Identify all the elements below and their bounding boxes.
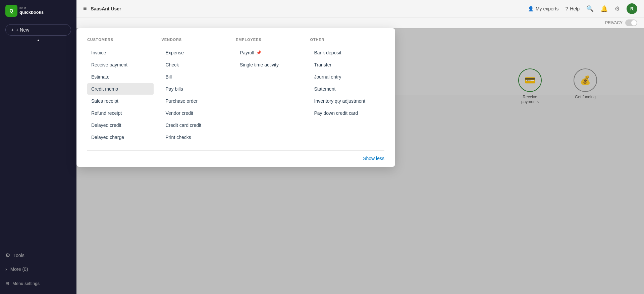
topbar-actions: 👤 My experts ? Help 🔍 🔔 ⚙ R (528, 3, 637, 14)
help-label: Help (570, 6, 580, 11)
new-button[interactable]: + + New (5, 24, 71, 36)
menu-item-statement[interactable]: Statement (310, 83, 377, 95)
menu-item-expense[interactable]: Expense (162, 47, 228, 58)
quickbooks-logo[interactable]: Q intuit quickbooks (5, 5, 44, 17)
vendors-column-header: VENDORS (162, 38, 228, 42)
topbar: ≡ SaasAnt User 👤 My experts ? Help 🔍 🔔 ⚙… (76, 0, 644, 17)
menu-item-estimate[interactable]: Estimate (87, 71, 154, 83)
menu-item-vendor-credit[interactable]: Vendor credit (162, 107, 228, 119)
my-experts-label: My experts (536, 6, 558, 11)
more-label: More (0) (10, 266, 28, 272)
menu-item-delayed-charge[interactable]: Delayed charge (87, 132, 154, 143)
my-experts-button[interactable]: 👤 My experts (528, 6, 558, 11)
sidebar-logo: Q intuit quickbooks (0, 0, 76, 21)
menu-item-purchase-order[interactable]: Purchase order (162, 95, 228, 107)
question-icon: ? (565, 6, 568, 11)
other-column: OTHER Bank deposit Transfer Journal entr… (310, 38, 385, 144)
sidebar-item-more[interactable]: › More (0) (5, 264, 71, 274)
show-less-link[interactable]: Show less (363, 156, 384, 161)
qb-logo-icon: Q (5, 5, 17, 17)
vendors-column: VENDORS Expense Check Bill Pay bills Pur… (162, 38, 236, 144)
sidebar: Q intuit quickbooks + + New ⚙ Tools › Mo… (0, 0, 76, 294)
dropdown-columns: CUSTOMERS Invoice Receive payment Estima… (87, 38, 384, 144)
employees-column: EMPLOYEES Payroll 📌 Single time activity (236, 38, 310, 144)
menu-item-pay-down-credit-card[interactable]: Pay down credit card (310, 107, 377, 119)
privacy-bar: PRIVACY (76, 17, 644, 28)
grid-icon: ⊞ (5, 281, 9, 286)
menu-item-inventory-qty-adjustment[interactable]: Inventory qty adjustment (310, 95, 377, 107)
help-button[interactable]: ? Help (565, 6, 580, 11)
tools-label: Tools (13, 253, 24, 258)
chevron-right-icon: › (5, 266, 7, 272)
person-icon: 👤 (528, 6, 534, 11)
employees-column-header: EMPLOYEES (236, 38, 302, 42)
customers-column-header: CUSTOMERS (87, 38, 154, 42)
menu-item-print-checks[interactable]: Print checks (162, 132, 228, 143)
payroll-label: Payroll (240, 50, 254, 55)
menu-item-bank-deposit[interactable]: Bank deposit (310, 47, 377, 58)
avatar-letter: R (630, 6, 634, 11)
menu-item-credit-memo[interactable]: Credit memo (87, 83, 154, 95)
menu-settings-label: Menu settings (12, 281, 40, 286)
tools-icon: ⚙ (5, 252, 10, 258)
menu-item-pay-bills[interactable]: Pay bills (162, 83, 228, 95)
modal-overlay[interactable]: CUSTOMERS Invoice Receive payment Estima… (76, 28, 644, 294)
customers-column: CUSTOMERS Invoice Receive payment Estima… (87, 38, 162, 144)
sidebar-bottom: ⚙ Tools › More (0) ⊞ Menu settings (0, 245, 76, 294)
menu-item-check[interactable]: Check (162, 59, 228, 70)
new-menu-dropdown: CUSTOMERS Invoice Receive payment Estima… (76, 28, 395, 167)
menu-item-delayed-credit[interactable]: Delayed credit (87, 119, 154, 131)
menu-item-credit-card-credit[interactable]: Credit card credit (162, 119, 228, 131)
menu-item-transfer[interactable]: Transfer (310, 59, 377, 70)
sidebar-item-tools[interactable]: ⚙ Tools (5, 250, 71, 260)
payroll-item-content: Payroll 📌 (240, 50, 298, 55)
menu-item-payroll[interactable]: Payroll 📌 (236, 47, 302, 58)
sidebar-item-menu-settings[interactable]: ⊞ Menu settings (5, 278, 71, 289)
avatar[interactable]: R (627, 3, 637, 14)
toggle-thumb (631, 20, 637, 26)
search-icon[interactable]: 🔍 (586, 5, 594, 12)
main-area: ≡ SaasAnt User 👤 My experts ? Help 🔍 🔔 ⚙… (76, 0, 644, 294)
privacy-toggle[interactable] (625, 19, 637, 26)
menu-item-receive-payment[interactable]: Receive payment (87, 59, 154, 70)
other-column-header: OTHER (310, 38, 377, 42)
menu-item-bill[interactable]: Bill (162, 71, 228, 83)
pin-icon: 📌 (256, 50, 261, 55)
bell-icon[interactable]: 🔔 (600, 5, 608, 12)
content-area: 💳 Receive payments 💰 Get funding Money o… (76, 28, 644, 294)
new-button-label: + New (16, 27, 29, 33)
plus-icon: + (11, 27, 14, 33)
gear-icon[interactable]: ⚙ (614, 5, 620, 12)
menu-item-refund-receipt[interactable]: Refund receipt (87, 107, 154, 119)
menu-item-single-time-activity[interactable]: Single time activity (236, 59, 302, 70)
menu-item-journal-entry[interactable]: Journal entry (310, 71, 377, 83)
svg-text:Q: Q (10, 8, 13, 13)
privacy-label: PRIVACY (605, 20, 623, 25)
show-less-row: Show less (87, 151, 384, 167)
menu-item-sales-receipt[interactable]: Sales receipt (87, 95, 154, 107)
menu-item-invoice[interactable]: Invoice (87, 47, 154, 58)
hamburger-icon[interactable]: ≡ (83, 5, 87, 12)
user-name: SaasAnt User (91, 6, 524, 11)
